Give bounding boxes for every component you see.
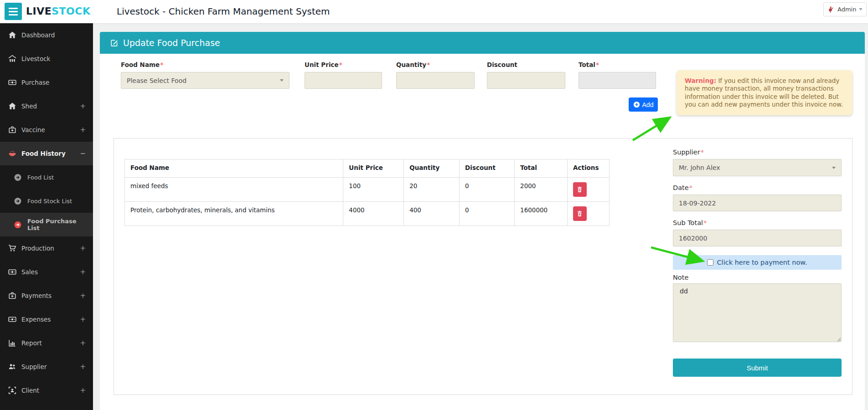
- food-bowl-icon: [8, 149, 16, 158]
- update-food-purchase-card: Update Food Purchase Food Name* Please S…: [100, 32, 865, 410]
- sidebar-item-food-purchase-list[interactable]: Food Purchase List: [0, 213, 93, 236]
- sidebar-item-supplier[interactable]: Supplier +: [0, 355, 93, 379]
- sidebar-item-label: Payments: [21, 292, 52, 299]
- sidebar-item-expenses[interactable]: Expenses +: [0, 308, 93, 331]
- cell-quantity: 20: [404, 178, 460, 202]
- sidebar-item-food-list[interactable]: Food List: [0, 165, 93, 189]
- trash-icon: [576, 210, 583, 217]
- unit-price-label: Unit Price*: [305, 61, 382, 68]
- cell-unit-price: 4000: [343, 202, 404, 226]
- subtotal-input[interactable]: [673, 230, 842, 246]
- panel-title: Update Food Purchase: [123, 38, 220, 48]
- sidebar-item-sales[interactable]: Sales +: [0, 260, 93, 284]
- sidebar-item-label: Vaccine: [21, 126, 45, 133]
- note-label: Note: [673, 274, 688, 281]
- submit-button[interactable]: Submit: [673, 359, 842, 377]
- sidebar-item-payments[interactable]: Payments +: [0, 284, 93, 308]
- food-name-label: Food Name*: [121, 61, 289, 68]
- add-button[interactable]: Add: [629, 97, 658, 112]
- users-icon: [8, 363, 16, 371]
- money-icon: [8, 268, 16, 276]
- table-row: Protein, carbohydrates, minerals, and vi…: [125, 202, 610, 226]
- note-textarea[interactable]: dd: [673, 283, 842, 342]
- col-header-unit-price: Unit Price: [343, 159, 404, 178]
- sidebar-item-report[interactable]: Report +: [0, 331, 93, 355]
- hamburger-menu-icon[interactable]: [5, 3, 22, 20]
- sidebar-item-label: Client: [21, 387, 39, 394]
- sidebar-item-label: Food Stock List: [27, 198, 72, 205]
- sidebar-item-label: Sales: [21, 268, 38, 276]
- sidebar-item-production[interactable]: Production +: [0, 236, 93, 260]
- supplier-select[interactable]: Mr. John Alex: [673, 159, 842, 176]
- cell-discount: 0: [460, 202, 515, 226]
- brand-stock: STOCK: [52, 5, 90, 17]
- sidebar-item-label: Shed: [21, 102, 37, 110]
- payment-now-toggle[interactable]: Click here to payment now.: [673, 255, 842, 270]
- briefcase-icon: [8, 292, 16, 300]
- cell-total: 1600000: [515, 202, 568, 226]
- col-header-actions: Actions: [567, 159, 609, 178]
- cart-icon: [8, 244, 16, 252]
- chevron-down-icon: [280, 79, 284, 82]
- home-icon: [8, 31, 16, 39]
- medkit-icon: [8, 126, 16, 134]
- chevron-down-icon: [859, 8, 863, 10]
- chevron-down-icon: [832, 167, 836, 169]
- bar-chart-icon: [8, 339, 16, 347]
- total-input[interactable]: [579, 72, 656, 89]
- sidebar: Dashboard Livestock Purchase Shed + Vacc…: [0, 23, 93, 410]
- food-name-field: Food Name* Please Select Food: [121, 61, 289, 89]
- sidebar-item-label: Food History: [21, 150, 66, 157]
- plus-circle-icon: [633, 101, 640, 108]
- sidebar-item-label: Food List: [27, 174, 54, 181]
- discount-label: Discount: [487, 61, 565, 68]
- sidebar-item-purchase[interactable]: Purchase: [0, 71, 93, 94]
- payment-now-checkbox[interactable]: [707, 259, 713, 266]
- sidebar-item-livestock[interactable]: Livestock: [0, 47, 93, 71]
- client-users-icon: [8, 386, 16, 395]
- sidebar-item-vaccine[interactable]: Vaccine +: [0, 118, 93, 142]
- cell-unit-price: 100: [343, 178, 404, 202]
- delete-row-button[interactable]: [573, 182, 587, 197]
- unit-price-input[interactable]: [305, 72, 382, 89]
- sidebar-item-dashboard[interactable]: Dashboard: [0, 23, 93, 47]
- food-name-value: Please Select Food: [127, 77, 186, 84]
- sidebar-item-food-stock-list[interactable]: Food Stock List: [0, 189, 93, 213]
- delete-row-button[interactable]: [573, 206, 587, 221]
- sidebar-item-shed[interactable]: Shed +: [0, 94, 93, 118]
- app-logo[interactable]: LIVESTOCK: [26, 5, 91, 17]
- col-header-discount: Discount: [460, 159, 515, 178]
- cell-food-name: mixed feeds: [125, 178, 343, 202]
- quantity-field: Quantity*: [396, 61, 475, 89]
- sidebar-item-label: Food Purchase List: [27, 218, 86, 231]
- invoice-section: Food Name Unit Price Quantity Discount T…: [114, 138, 852, 395]
- rooster-icon: [827, 6, 835, 13]
- warning-label: Warning:: [685, 77, 716, 84]
- sidebar-item-label: Purchase: [21, 79, 49, 86]
- admin-dropdown[interactable]: Admin: [823, 2, 867, 16]
- subtotal-label: Sub Total*: [673, 219, 707, 226]
- shed-icon: [8, 102, 16, 110]
- trash-icon: [576, 186, 583, 193]
- money-icon: [8, 315, 16, 323]
- quantity-input[interactable]: [396, 72, 475, 89]
- panel-header: Update Food Purchase: [100, 32, 865, 54]
- col-header-total: Total: [515, 159, 568, 178]
- page-title: Livestock - Chicken Farm Management Syst…: [117, 6, 330, 17]
- livestock-icon: [8, 55, 16, 63]
- sidebar-item-label: Supplier: [21, 363, 47, 370]
- total-label: Total*: [579, 61, 656, 68]
- table-row: mixed feeds 100 20 0 2000: [125, 178, 610, 202]
- money-icon: [8, 78, 16, 87]
- quantity-label: Quantity*: [396, 61, 475, 68]
- sidebar-item-food-history[interactable]: Food History −: [0, 142, 93, 165]
- supplier-value: Mr. John Alex: [679, 164, 720, 171]
- food-name-select[interactable]: Please Select Food: [121, 72, 289, 89]
- sidebar-item-label: Expenses: [21, 316, 51, 323]
- date-input[interactable]: [673, 195, 842, 211]
- sidebar-item-label: Report: [21, 339, 42, 347]
- sidebar-item-client[interactable]: Client +: [0, 379, 93, 402]
- sidebar-item-label: Dashboard: [21, 31, 55, 39]
- table-header-row: Food Name Unit Price Quantity Discount T…: [125, 159, 610, 178]
- discount-input[interactable]: [487, 72, 565, 89]
